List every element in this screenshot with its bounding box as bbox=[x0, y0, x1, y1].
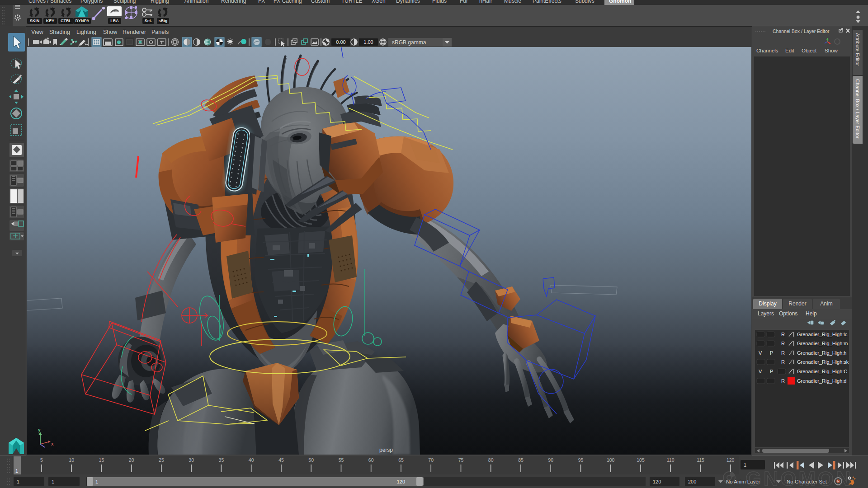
svg-text:x: x bbox=[51, 441, 54, 446]
svg-text:115: 115 bbox=[697, 457, 704, 463]
svg-text:0.00: 0.00 bbox=[336, 39, 345, 45]
svg-text:55: 55 bbox=[339, 457, 344, 463]
svg-text:110: 110 bbox=[667, 457, 675, 463]
svg-text:1: 1 bbox=[15, 468, 18, 474]
svg-text:R: R bbox=[781, 341, 785, 346]
svg-text:5: 5 bbox=[40, 457, 43, 463]
svg-text:1.00: 1.00 bbox=[363, 39, 373, 45]
svg-text:90: 90 bbox=[548, 457, 553, 463]
svg-text:y: y bbox=[38, 427, 41, 432]
svg-text:Grenadier_Rig_High:C: Grenadier_Rig_High:C bbox=[797, 369, 847, 374]
svg-text:15: 15 bbox=[99, 457, 104, 463]
svg-text:120: 120 bbox=[726, 457, 735, 463]
svg-text:60: 60 bbox=[368, 457, 374, 463]
svg-text:Grenadier_Rig_High:h: Grenadier_Rig_High:h bbox=[797, 350, 846, 356]
svg-text:100: 100 bbox=[607, 457, 615, 463]
svg-text:25: 25 bbox=[159, 457, 164, 463]
svg-text:P: P bbox=[770, 350, 773, 356]
svg-text:30: 30 bbox=[189, 457, 194, 463]
svg-text:1: 1 bbox=[95, 479, 98, 484]
svg-text:persp: persp bbox=[379, 447, 393, 453]
svg-text:45: 45 bbox=[278, 457, 284, 463]
svg-text:1: 1 bbox=[17, 479, 19, 484]
svg-text:P: P bbox=[770, 369, 773, 374]
svg-text:Grenadier_Rig_High:m: Grenadier_Rig_High:m bbox=[797, 341, 848, 346]
svg-text:GNOMON: GNOMON bbox=[745, 467, 853, 488]
svg-text:1: 1 bbox=[52, 479, 54, 484]
svg-text:10: 10 bbox=[69, 457, 74, 463]
svg-text:120: 120 bbox=[653, 479, 661, 484]
svg-text:70: 70 bbox=[428, 457, 434, 463]
svg-text:Grenadier_Rig_High:d: Grenadier_Rig_High:d bbox=[797, 378, 846, 384]
svg-text:75: 75 bbox=[458, 457, 464, 463]
svg-text:R: R bbox=[781, 332, 785, 337]
svg-text:35: 35 bbox=[219, 457, 224, 463]
svg-text:40: 40 bbox=[249, 457, 254, 463]
svg-text:85: 85 bbox=[518, 457, 524, 463]
svg-text:R: R bbox=[781, 359, 785, 365]
svg-text:120: 120 bbox=[397, 479, 405, 484]
svg-text:V: V bbox=[759, 369, 762, 374]
svg-text:80: 80 bbox=[488, 457, 494, 463]
svg-text:65: 65 bbox=[398, 457, 404, 463]
svg-text:Grenadier_Rig_High:sk: Grenadier_Rig_High:sk bbox=[797, 359, 849, 365]
svg-text:sRGB gamma: sRGB gamma bbox=[392, 39, 426, 46]
svg-text:95: 95 bbox=[578, 457, 584, 463]
svg-text:Grenadier_Rig_High:lc: Grenadier_Rig_High:lc bbox=[797, 332, 848, 337]
svg-text:200: 200 bbox=[688, 479, 696, 484]
svg-text:105: 105 bbox=[637, 457, 645, 463]
svg-text:50: 50 bbox=[308, 457, 314, 463]
svg-text:Channel Box / Layer Editor: Channel Box / Layer Editor bbox=[773, 28, 830, 34]
svg-text:R: R bbox=[781, 378, 785, 384]
svg-text:R: R bbox=[781, 350, 785, 356]
svg-text:20: 20 bbox=[129, 457, 134, 463]
svg-text:V: V bbox=[759, 350, 762, 356]
